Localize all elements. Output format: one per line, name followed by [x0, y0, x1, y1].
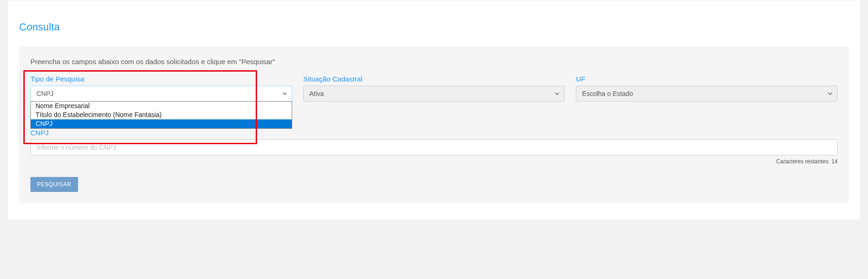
label-tipo-pesquisa: Tipo de Pesquisa [30, 75, 292, 83]
select-uf-value: Escolha o Estado [582, 90, 633, 97]
option-nome-empresarial[interactable]: Nome Empresarial [31, 102, 292, 110]
select-uf[interactable]: Escolha o Estado [576, 86, 838, 102]
form-panel: Preencha os campos abaixo com os dados s… [19, 46, 849, 203]
chevron-down-icon [554, 91, 560, 96]
search-button[interactable]: PESQUISAR [30, 177, 78, 192]
char-counter-label: Caracteres restantes: [776, 158, 832, 165]
label-uf: UF [576, 75, 838, 83]
chevron-down-icon [827, 91, 833, 96]
form-row-top: Tipo de Pesquisa CNPJ Nome Empresarial T… [30, 75, 838, 102]
select-tipo-pesquisa-value: CNPJ [36, 90, 54, 97]
field-uf: UF Escolha o Estado [576, 75, 838, 102]
cnpj-input[interactable] [30, 140, 838, 155]
char-counter-value: 14 [832, 158, 838, 165]
select-uf-wrap: Escolha o Estado [576, 86, 838, 102]
char-counter: Caracteres restantes: 14 [30, 158, 838, 165]
select-situacao-value: Ativa [309, 90, 324, 97]
dropdown-tipo-pesquisa: Nome Empresarial Título do Estabelecimen… [30, 101, 292, 129]
page-title: Consulta [19, 21, 849, 33]
chevron-down-icon [282, 91, 287, 96]
label-cnpj: CNPJ [30, 129, 838, 137]
select-situacao-wrap: Ativa [303, 86, 565, 102]
field-tipo-pesquisa: Tipo de Pesquisa CNPJ Nome Empresarial T… [30, 75, 292, 102]
option-cnpj[interactable]: CNPJ [31, 119, 292, 128]
field-situacao: Situação Cadastral Ativa [303, 75, 565, 102]
select-tipo-pesquisa-wrap: CNPJ Nome Empresarial Título do Estabele… [30, 86, 292, 102]
instruction-text: Preencha os campos abaixo com os dados s… [30, 58, 838, 66]
select-tipo-pesquisa[interactable]: CNPJ [30, 86, 292, 102]
main-card: Consulta Preencha os campos abaixo com o… [7, 0, 861, 220]
select-situacao[interactable]: Ativa [303, 86, 565, 102]
field-cnpj-row: CNPJ Caracteres restantes: 14 [30, 129, 838, 165]
label-situacao: Situação Cadastral [303, 75, 565, 83]
option-nome-fantasia[interactable]: Título do Estabelecimento (Nome Fantasia… [31, 110, 292, 119]
